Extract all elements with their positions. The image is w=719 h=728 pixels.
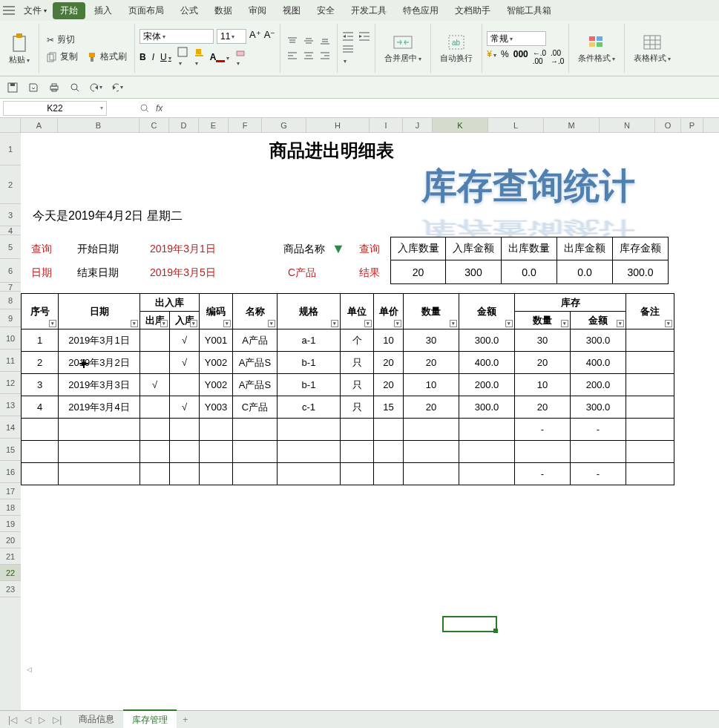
row-header[interactable]: 21 (0, 548, 21, 565)
table-cell[interactable]: √ (170, 352, 200, 374)
sheet-tab-stock[interactable]: 库存管理 (123, 709, 177, 728)
column-header[interactable]: F (229, 118, 262, 132)
column-header[interactable]: J (403, 118, 433, 132)
table-cell[interactable]: 20 (374, 352, 404, 374)
table-cell[interactable] (341, 419, 374, 441)
decrease-indent-button[interactable] (342, 31, 354, 42)
column-header[interactable]: E (199, 118, 229, 132)
table-cell[interactable]: 2019年3月1日 (59, 329, 140, 352)
row-header[interactable]: 4 (0, 226, 21, 235)
table-cell[interactable] (626, 352, 674, 374)
table-cell[interactable]: 10 (404, 374, 459, 396)
table-cell[interactable] (22, 463, 59, 485)
number-format-select[interactable]: 常规▾ (487, 31, 546, 46)
row-header[interactable]: 15 (0, 439, 21, 461)
table-cell[interactable] (278, 419, 341, 441)
table-cell[interactable] (459, 463, 515, 485)
fill-handle[interactable] (493, 629, 498, 633)
tab-data[interactable]: 数据 (207, 2, 240, 19)
table-cell[interactable] (140, 419, 170, 441)
table-cell[interactable] (170, 463, 200, 485)
column-header[interactable]: K (433, 118, 488, 132)
increase-decimal-button[interactable]: ←.0.00 (533, 49, 546, 65)
table-cell[interactable]: - (571, 463, 626, 485)
cond-format-button[interactable]: 条件格式▾ (574, 32, 620, 65)
table-cell[interactable] (459, 419, 515, 441)
table-cell[interactable]: 20 (515, 396, 571, 419)
filter-button[interactable]: ▾ (268, 320, 275, 327)
format-painter-button[interactable]: 格式刷 (84, 49, 130, 65)
column-header[interactable]: P (681, 118, 703, 132)
tab-view[interactable]: 视图 (275, 2, 308, 19)
filter-button[interactable]: ▾ (665, 320, 672, 327)
column-header[interactable]: I (370, 118, 403, 132)
table-cell[interactable] (233, 419, 278, 441)
row-header[interactable]: 3 (0, 204, 21, 226)
table-cell[interactable] (404, 441, 459, 463)
table-cell[interactable]: √ (140, 374, 170, 396)
table-cell[interactable]: a-1 (278, 329, 341, 352)
tab-review[interactable]: 审阅 (241, 2, 274, 19)
column-header[interactable]: H (306, 118, 370, 132)
column-header[interactable]: A (21, 118, 58, 132)
currency-button[interactable]: ¥▾ (487, 49, 496, 65)
align-center-button[interactable] (301, 49, 316, 62)
comma-button[interactable]: 000 (513, 49, 528, 65)
table-cell[interactable]: c-1 (278, 396, 341, 419)
table-cell[interactable] (404, 463, 459, 485)
dropdown-triangle-icon[interactable]: ▼ (332, 241, 345, 257)
table-cell[interactable]: 2019年3月3日 (59, 374, 140, 396)
row-header[interactable]: 14 (0, 416, 21, 439)
table-cell[interactable] (341, 441, 374, 463)
table-cell[interactable] (59, 419, 140, 441)
table-cell[interactable] (200, 463, 233, 485)
table-cell[interactable]: 10 (515, 374, 571, 396)
table-cell[interactable]: 只 (341, 396, 374, 419)
italic-button[interactable]: I (152, 52, 154, 62)
align-left-button[interactable] (285, 49, 300, 62)
tab-doc-helper[interactable]: 文档助手 (447, 2, 498, 19)
filter-button[interactable]: ▾ (331, 320, 338, 327)
row-header[interactable]: 8 (0, 292, 21, 309)
table-cell[interactable]: 10 (374, 329, 404, 352)
table-cell[interactable] (374, 441, 404, 463)
filter-button[interactable]: ▾ (190, 320, 197, 327)
table-cell[interactable]: - (571, 419, 626, 441)
decrease-font-button[interactable]: A⁻ (264, 29, 276, 44)
table-cell[interactable] (626, 374, 674, 396)
undo-button[interactable]: ▾ (89, 81, 102, 94)
table-cell[interactable]: - (515, 419, 571, 441)
table-cell[interactable] (571, 441, 626, 463)
row-header[interactable]: 16 (0, 461, 21, 483)
row-header[interactable]: 23 (0, 581, 21, 597)
filter-button[interactable]: ▾ (49, 320, 56, 327)
table-cell[interactable] (170, 441, 200, 463)
tab-smart-toolbox[interactable]: 智能工具箱 (499, 2, 559, 19)
row-header[interactable]: 10 (0, 327, 21, 350)
sheet-tab-info[interactable]: 商品信息 (70, 710, 123, 728)
column-header[interactable]: N (600, 118, 655, 132)
table-cell[interactable] (626, 329, 674, 352)
table-cell[interactable]: 只 (341, 352, 374, 374)
filter-button[interactable]: ▾ (131, 320, 138, 327)
underline-button[interactable]: U▾ (160, 52, 171, 62)
table-cell[interactable]: 400.0 (459, 352, 515, 374)
table-cell[interactable]: 400.0 (571, 352, 626, 374)
table-cell[interactable]: Y002 (200, 352, 233, 374)
table-cell[interactable]: 20 (404, 396, 459, 419)
table-cell[interactable]: 3 (22, 374, 59, 396)
table-cell[interactable] (233, 463, 278, 485)
table-cell[interactable]: 只 (341, 374, 374, 396)
table-cell[interactable] (22, 441, 59, 463)
column-header[interactable]: O (655, 118, 681, 132)
select-all-corner[interactable] (0, 118, 21, 132)
table-cell[interactable] (278, 463, 341, 485)
fx-button[interactable]: fx (156, 103, 162, 114)
filter-button[interactable]: ▾ (505, 320, 513, 327)
table-cell[interactable] (233, 441, 278, 463)
table-cell[interactable] (374, 419, 404, 441)
font-color-button[interactable]: A▾ (210, 52, 230, 62)
paste-button[interactable]: 粘贴▾ (4, 30, 34, 67)
table-cell[interactable]: √ (170, 396, 200, 419)
column-header[interactable]: M (544, 118, 600, 132)
